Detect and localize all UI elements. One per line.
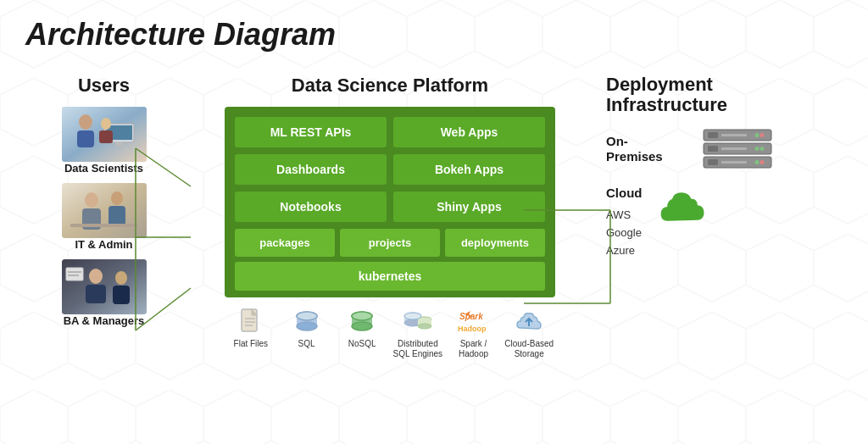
svg-rect-6: [77, 130, 94, 147]
ba-managers-label: BA & Managers: [64, 314, 145, 327]
it-admin-photo: [62, 183, 147, 238]
svg-point-41: [418, 324, 431, 329]
platform-column: Data Science Platform ML REST APIs Web A…: [199, 66, 581, 422]
flat-files-label: Flat Files: [234, 339, 269, 349]
data-scientists-label: Data Scientists: [64, 162, 143, 175]
flat-files-icon: [234, 306, 268, 336]
user-item-it-admin: IT & Admin: [62, 183, 147, 251]
ba-managers-photo: [62, 259, 147, 314]
spark-label: Spark / Hadoop: [448, 339, 500, 359]
user-item-ba-managers: BA & Managers: [62, 259, 147, 327]
platform-kubernetes: kubernetes: [235, 262, 545, 291]
cloud-svg: [651, 186, 719, 228]
cloud-label: Cloud: [606, 186, 643, 200]
distributed-label: Distributed SQL Engines: [392, 339, 444, 359]
it-admin-label: IT & Admin: [75, 238, 132, 251]
app-shiny: Shiny Apps: [393, 191, 545, 222]
platform-main-box: ML REST APIs Web Apps Dashboards Bokeh A…: [225, 107, 555, 297]
cloud-text-container: Cloud AWS Google Azure: [606, 186, 643, 259]
users-heading: Users: [78, 75, 130, 97]
svg-text:Spark: Spark: [459, 312, 483, 321]
ba-managers-illustration: [62, 259, 147, 314]
on-premises-section: On-Premises: [606, 125, 776, 172]
svg-rect-48: [721, 134, 747, 136]
user-item-data-scientists: Data Scientists: [62, 107, 147, 175]
source-spark: Spark Hadoop Spark / Hadoop: [448, 306, 500, 359]
cloud-icon: [651, 186, 719, 228]
source-cloud-storage: Cloud-Based Storage: [503, 306, 555, 359]
svg-rect-47: [708, 132, 718, 138]
page: Architecture Diagram Users: [0, 0, 868, 444]
svg-point-50: [760, 133, 765, 137]
source-flat-files: Flat Files: [225, 306, 277, 359]
server-racks-icon: [699, 125, 776, 172]
svg-point-59: [755, 160, 760, 164]
distributed-icon: [401, 306, 435, 336]
provider-azure: Azure: [606, 242, 643, 260]
platform-apps-grid: ML REST APIs Web Apps Dashboards Bokeh A…: [235, 117, 545, 222]
app-ml-rest: ML REST APIs: [235, 117, 387, 147]
svg-rect-9: [62, 183, 147, 238]
it-admin-illustration: [62, 183, 147, 238]
on-premises-label: On-Premises: [606, 134, 663, 164]
main-columns: Users: [25, 66, 843, 422]
infra-deployments: deployments: [445, 229, 545, 257]
platform-heading: Data Science Platform: [292, 75, 488, 97]
cloud-section: Cloud AWS Google Azure: [606, 186, 719, 259]
spark-hadoop-icon: Spark Hadoop: [457, 306, 491, 336]
users-column: Users: [25, 66, 182, 422]
platform-infra-row: packages projects deployments: [235, 229, 545, 257]
sql-label: SQL: [298, 339, 315, 349]
svg-rect-52: [708, 146, 718, 152]
svg-point-12: [111, 191, 123, 205]
svg-point-31: [297, 312, 317, 320]
source-sql: SQL: [281, 306, 333, 359]
app-dashboards: Dashboards: [235, 154, 387, 185]
provider-aws: AWS: [606, 207, 643, 225]
app-notebooks: Notebooks: [235, 191, 387, 222]
svg-rect-14: [70, 224, 138, 227]
svg-point-7: [101, 118, 111, 130]
cloud-providers: AWS Google Azure: [606, 207, 643, 259]
svg-rect-19: [113, 286, 130, 304]
svg-point-16: [89, 269, 103, 284]
data-sources: Flat Files SQL: [225, 306, 555, 359]
svg-rect-17: [86, 285, 106, 303]
svg-point-18: [115, 271, 127, 285]
svg-text:Hadoop: Hadoop: [458, 325, 487, 333]
cloud-storage-icon: [512, 306, 546, 336]
sql-icon: [290, 306, 324, 336]
cloud-storage-label: Cloud-Based Storage: [503, 339, 555, 359]
svg-point-55: [760, 147, 765, 151]
svg-rect-57: [708, 159, 718, 165]
deployment-heading-text: Deployment Infrastructure: [606, 74, 727, 115]
infra-projects: projects: [340, 229, 440, 257]
deployment-heading: Deployment Infrastructure: [606, 75, 776, 115]
svg-point-10: [85, 192, 98, 208]
source-nosql: NoSQL: [336, 306, 388, 359]
on-premises-label-container: On-Premises: [606, 134, 674, 164]
provider-google: Google: [606, 225, 643, 242]
nosql-label: NoSQL: [348, 339, 376, 349]
svg-rect-58: [721, 161, 747, 164]
servers-svg: [699, 125, 776, 172]
app-web-apps: Web Apps: [393, 117, 545, 147]
svg-point-54: [755, 147, 760, 151]
svg-rect-8: [99, 130, 113, 143]
deployment-column: Deployment Infrastructure On-Premises: [606, 66, 776, 422]
svg-rect-53: [721, 147, 747, 150]
svg-point-30: [297, 322, 317, 330]
svg-rect-4: [115, 142, 123, 146]
source-distributed: Distributed SQL Engines: [392, 306, 444, 359]
data-scientists-illustration: [62, 107, 147, 162]
svg-point-49: [755, 133, 760, 137]
nosql-icon: [345, 306, 379, 336]
svg-point-34: [352, 322, 372, 330]
infra-packages: packages: [235, 229, 335, 257]
data-scientists-photo: [62, 107, 147, 162]
svg-rect-20: [66, 268, 83, 280]
svg-point-35: [352, 312, 372, 320]
svg-point-42: [404, 313, 421, 319]
svg-point-5: [79, 114, 92, 130]
app-bokeh: Bokeh Apps: [393, 154, 545, 185]
